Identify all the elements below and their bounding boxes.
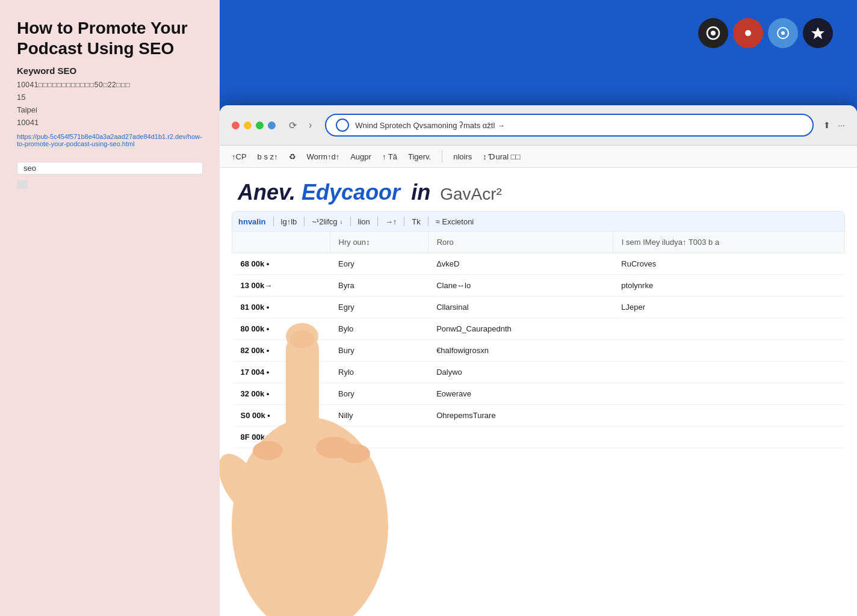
toolbar-item-to[interactable]: Tigerv. [408, 152, 431, 161]
content-header: Anev. Edycaoor in GavAcr² [220, 168, 857, 211]
toolbar-item-1[interactable]: b s z↑ [258, 152, 278, 161]
cell-col3-4 [613, 340, 844, 362]
keyword-num: 15 [17, 93, 203, 102]
cell-col2-7: OhrepemsTurare [428, 405, 613, 427]
cell-vol-2: 81 00k • [232, 297, 330, 318]
tt-item-6[interactable]: ≈ Excietoni [436, 217, 474, 226]
cell-col2-2: Cllarsinal [428, 297, 613, 318]
tt-item-3[interactable]: lion [358, 217, 370, 226]
cell-col2-8 [428, 427, 613, 448]
cell-vol-1: 13 00k→ [232, 275, 330, 297]
cell-col1-1: Byra [330, 275, 428, 297]
browser-window: ⟳ › Wnind Sprotech Qvsamoning ʔmats αžtl… [220, 105, 857, 616]
tl-blue[interactable] [268, 122, 276, 129]
red-dot-icon [745, 30, 751, 36]
cell-col1-8 [330, 427, 428, 448]
cell-col1-5: Rylo [330, 362, 428, 383]
traffic-lights [232, 122, 276, 129]
tt-sep-3 [377, 217, 378, 226]
tt-item-2[interactable]: ~¹2lifcg ↓ [312, 217, 342, 226]
cell-col3-2: LJeper [613, 297, 844, 318]
toolbar-item-worn-ji[interactable]: Worm↑d↑ [307, 152, 340, 161]
th-hry: Hry oun↕ [330, 232, 428, 253]
toolbar-item-0[interactable]: ↑CP [232, 152, 247, 161]
toolbar-item-dural[interactable]: ↕ Ɗural □□ [483, 152, 520, 161]
toolbar-item-2[interactable]: ♻ [289, 152, 296, 161]
table-row: 81 00k • Egry Cllarsinal LJeper [232, 297, 845, 318]
page-title: How to Promote Your Podcast Using SEO [17, 18, 203, 58]
cell-col1-4: Bury [330, 340, 428, 362]
left-panel: How to Promote Your Podcast Using SEO Ke… [0, 0, 220, 616]
toolbar-label-dural: ↕ Ɗural □□ [483, 152, 520, 161]
cell-col3-7 [613, 405, 844, 427]
tt-sep-2 [350, 217, 351, 226]
address-bar[interactable]: Wnind Sprotech Qvsamoning ʔmats αžtl → [325, 114, 814, 137]
address-circle-icon [336, 119, 349, 132]
svg-point-1 [711, 31, 716, 35]
cell-vol-6: 32 00k • [232, 383, 330, 405]
tt-item-4[interactable]: →↑ [385, 217, 397, 226]
icon-dark2-circle [803, 18, 833, 48]
toolbar-label-augpr: Augpr [350, 152, 371, 161]
title-part2: Edycaoor [302, 180, 400, 205]
tag-icon [17, 180, 28, 189]
toolbar-item-ta[interactable]: ↑ Tā [382, 152, 397, 161]
icon-dark-circle [698, 18, 728, 48]
cell-col1-6: Bory [330, 383, 428, 405]
svg-point-3 [781, 31, 785, 35]
table-header-row: Hry oun↕ Roro I sem IMey iludya↑ T003 b … [232, 232, 845, 253]
tl-red[interactable] [232, 122, 240, 129]
keyword-id: 10041□□□□□□□□□□□□50□22□□□ [17, 81, 203, 89]
cell-col1-7: Nilly [330, 405, 428, 427]
toolbar-label-to: Tigerv. [408, 152, 431, 161]
table-row: 32 00k • Bory Eowerave [232, 383, 845, 405]
tt-item-0[interactable]: hnvalin [238, 217, 266, 226]
tt-item-1[interactable]: lg↑lb [281, 217, 297, 226]
toolbar-label-1: b s z↑ [258, 152, 278, 161]
right-area-inner: ⟳ › Wnind Sprotech Qvsamoning ʔmats αžtl… [220, 0, 857, 616]
back-button[interactable]: ⟳ [285, 119, 300, 132]
forward-button[interactable]: › [305, 119, 315, 132]
tt-item-5[interactable]: Tk [412, 217, 420, 226]
data-table: Hry oun↕ Roro I sem IMey iludya↑ T003 b … [232, 231, 845, 448]
cell-col2-4: €halfowigrosxn [428, 340, 613, 362]
table-row: 68 00k • Eory ΔvkeD RuCroves [232, 253, 845, 275]
toolbar-item-augpr[interactable]: Augpr [350, 152, 371, 161]
tt-sep-5 [428, 217, 428, 226]
tl-yellow[interactable] [244, 122, 252, 129]
content-title: Anev. Edycaoor in [238, 180, 430, 205]
nav-buttons: ⟳ › [285, 119, 315, 132]
browser-chrome: ⟳ › Wnind Sprotech Qvsamoning ʔmats αžtl… [220, 105, 857, 146]
address-text: Wnind Sprotech Qvsamoning ʔmats αžtl → [355, 121, 803, 130]
toolbar-item-nloirs[interactable]: nloirs [453, 152, 472, 161]
top-icons [698, 18, 833, 48]
cell-col2-6: Eowerave [428, 383, 613, 405]
toolbar-label-ta: ↑ Tā [382, 152, 397, 161]
browser-toolbar: ↑CP b s z↑ ♻ Worm↑d↑ Augpr ↑ Tā [220, 146, 857, 168]
browser-nav-icons: ⬆ ··· [823, 120, 845, 130]
cell-vol-4: 82 00k • [232, 340, 330, 362]
tag-seo[interactable]: seo [17, 162, 203, 174]
th-roro: Roro [428, 232, 613, 253]
cell-vol-3: 80 00k • [232, 318, 330, 340]
table-row: 17 004 • Rylo Dalywo [232, 362, 845, 383]
cell-vol-8: 8F 00k • [232, 427, 330, 448]
menu-icon[interactable]: ··· [838, 120, 845, 130]
th-vol [232, 232, 330, 253]
tt-sep-1 [304, 217, 305, 226]
cell-col3-1: ptolynrke [613, 275, 844, 297]
keyword-label: Keyword SEO [17, 66, 203, 76]
keyword-city: Taipei [17, 105, 203, 114]
tl-green[interactable] [256, 122, 264, 129]
cell-col1-3: Bylo [330, 318, 428, 340]
cell-col2-1: Clane↔lo [428, 275, 613, 297]
content-subtitle: GavAcr² [440, 185, 502, 204]
toolbar-separator [442, 150, 442, 162]
cell-col3-0: RuCroves [613, 253, 844, 275]
table-row: 8F 00k • [232, 427, 845, 448]
cell-col3-8 [613, 427, 844, 448]
tt-sep-0 [273, 217, 274, 226]
share-icon[interactable]: ⬆ [823, 120, 831, 130]
table-row: 13 00k→ Byra Clane↔lo ptolynrke [232, 275, 845, 297]
keyword-url[interactable]: https://pub-5c454f571b8e40a3a2aad27ade84… [17, 133, 203, 147]
